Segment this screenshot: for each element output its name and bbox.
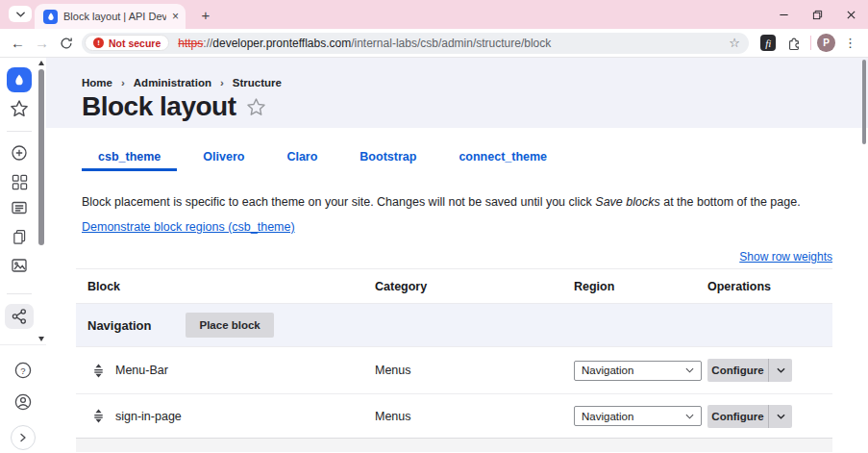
page-scrollbar-thumb[interactable]: [862, 60, 866, 144]
browser-titlebar: Block layout | API Developer Po × +: [0, 0, 868, 29]
breadcrumb-separator: ›: [121, 77, 125, 88]
sidebar-item-documents[interactable]: [11, 228, 28, 245]
new-tab-button[interactable]: +: [197, 6, 214, 23]
region-select[interactable]: Navigation: [574, 361, 702, 381]
breadcrumb-structure[interactable]: Structure: [233, 77, 282, 88]
sidebar-divider: [7, 293, 32, 294]
browser-toolbar: ← → ! Not secure https://developer.pront…: [0, 29, 868, 58]
scroll-down-arrow-icon[interactable]: [38, 337, 44, 341]
demonstrate-block-regions-link[interactable]: Demonstrate block regions (csb_theme): [82, 220, 295, 234]
scroll-up-arrow-icon[interactable]: [38, 61, 44, 65]
structure-share-icon: [11, 308, 28, 325]
configure-button[interactable]: Configure: [707, 359, 769, 382]
drupal-favicon-icon: [43, 10, 58, 24]
tab-connect-theme[interactable]: connect_theme: [442, 145, 563, 171]
tab-list-chevron-button[interactable]: [9, 6, 32, 22]
browser-tab[interactable]: Block layout | API Developer Po ×: [35, 4, 186, 29]
tab-bootstrap[interactable]: Bootstrap: [343, 145, 433, 171]
user-icon: [13, 392, 33, 412]
sidebar-item-media[interactable]: [11, 257, 28, 274]
description-emphasis: Save blocks: [595, 195, 659, 209]
breadcrumb-home[interactable]: Home: [82, 77, 112, 88]
toolbar-divider: [810, 36, 811, 50]
column-header-block: Block: [76, 280, 375, 293]
breadcrumb: Home › Administration › Structure: [82, 77, 868, 88]
sidebar-item-help[interactable]: ?: [13, 361, 33, 380]
sidebar-item-create[interactable]: [11, 144, 28, 162]
breadcrumb-separator: ›: [220, 77, 224, 88]
browser-menu-button[interactable]: ⋮: [841, 32, 859, 55]
extension-fi-button[interactable]: fi: [760, 35, 776, 51]
sidebar-scrollbar-thumb[interactable]: [38, 69, 44, 245]
configure-split-button[interactable]: Configure: [707, 405, 792, 428]
sidebar-item-account[interactable]: [13, 392, 33, 412]
plus-circle-icon: [11, 144, 28, 162]
forward-button[interactable]: →: [30, 32, 54, 55]
tab-title: Block layout | API Developer Po: [63, 11, 166, 22]
table-header-row: Block Category Region Operations: [76, 269, 832, 303]
reload-button[interactable]: [54, 32, 78, 55]
sidebar-item-bookmarks[interactable]: [10, 99, 29, 118]
column-header-region: Region: [574, 280, 707, 293]
tab-olivero[interactable]: Olivero: [186, 145, 260, 171]
chevron-down-icon: [685, 414, 694, 419]
sidebar-footer: ?: [0, 344, 46, 453]
profile-avatar[interactable]: P: [817, 34, 834, 52]
content-list-icon: [11, 199, 28, 216]
sidebar-scrollbar[interactable]: [37, 59, 45, 344]
extensions-puzzle-button[interactable]: [782, 32, 805, 55]
favorite-star-icon[interactable]: [246, 97, 266, 117]
show-row-weights-link[interactable]: Show row weights: [739, 250, 832, 264]
window-controls: [767, 0, 868, 29]
url-path: /internal-labs/csb/admin/structure/block: [351, 37, 551, 50]
configure-button[interactable]: Configure: [707, 405, 769, 428]
region-select[interactable]: Navigation: [574, 406, 702, 426]
description-text: at the bottom of the page.: [660, 195, 801, 209]
page-content: Home › Administration › Structure Block …: [46, 58, 868, 453]
window-restore-button[interactable]: [801, 0, 834, 29]
chevron-down-icon: [15, 11, 26, 18]
breadcrumb-administration[interactable]: Administration: [134, 77, 211, 88]
close-icon: [846, 10, 856, 20]
star-icon: [10, 99, 29, 118]
configure-dropdown-toggle[interactable]: [769, 359, 792, 382]
region-select-value: Navigation: [582, 365, 633, 376]
place-block-button[interactable]: Place block: [186, 313, 273, 338]
configure-split-button[interactable]: Configure: [707, 359, 792, 382]
window-close-button[interactable]: [834, 0, 868, 29]
sidebar-item-blocks[interactable]: [11, 173, 28, 190]
sidebar-item-structure[interactable]: [5, 304, 34, 329]
restore-icon: [812, 10, 823, 20]
tab-csb-theme[interactable]: csb_theme: [82, 145, 177, 171]
table-row: sign-in-page Menus Navigation Configure: [76, 393, 832, 438]
block-table-zone: Show row weights Block Category Region O…: [76, 250, 832, 452]
block-name: sign-in-page: [115, 410, 182, 423]
documents-icon: [12, 229, 28, 245]
drag-handle-icon[interactable]: [92, 364, 105, 378]
block-category: Menus: [375, 364, 574, 377]
warning-icon: !: [93, 38, 104, 48]
sidebar-item-content[interactable]: [11, 199, 28, 216]
chevron-down-icon: [777, 414, 785, 419]
description-text: Block placement is specific to each them…: [82, 195, 595, 209]
address-bar[interactable]: ! Not secure https://developer.pronteffl…: [82, 33, 749, 54]
grid-icon: [12, 174, 28, 190]
sidebar-expand-button[interactable]: [11, 425, 36, 450]
region-section-label: Navigation: [87, 318, 151, 333]
configure-dropdown-toggle[interactable]: [769, 405, 792, 428]
table-row: Menu-Bar Menus Navigation Configure: [76, 346, 832, 393]
sidebar-item-drupal-home[interactable]: [7, 67, 32, 92]
window-minimize-button[interactable]: [767, 0, 801, 29]
help-icon: ?: [13, 361, 33, 380]
page-description: Block placement is specific to each them…: [82, 195, 832, 209]
puzzle-icon: [786, 36, 802, 51]
region-select-value: Navigation: [582, 411, 633, 422]
chevron-down-icon: [777, 367, 785, 373]
back-button[interactable]: ←: [6, 32, 30, 55]
not-secure-badge[interactable]: ! Not secure: [85, 35, 169, 51]
drag-handle-icon[interactable]: [92, 409, 105, 423]
bookmark-star-icon[interactable]: ☆: [729, 36, 740, 50]
tab-claro[interactable]: Claro: [270, 145, 334, 171]
tab-close-icon[interactable]: ×: [172, 11, 179, 22]
svg-text:?: ?: [20, 365, 25, 376]
